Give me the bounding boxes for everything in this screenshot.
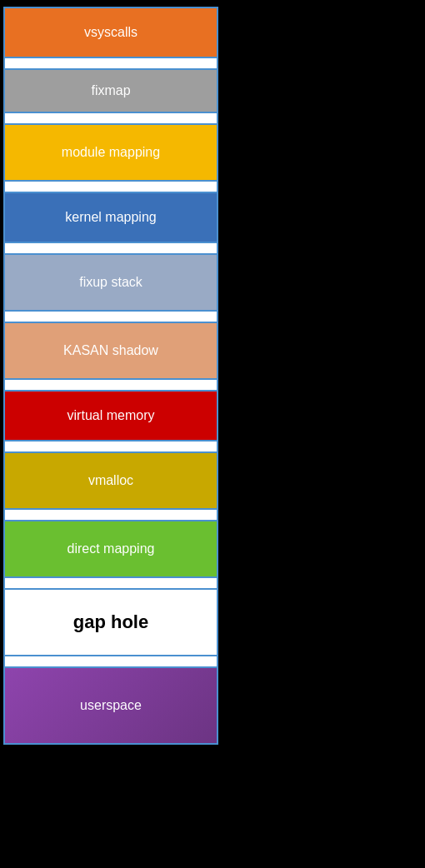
segment-gap10 xyxy=(5,656,217,668)
segment-gap3 xyxy=(5,182,217,193)
segment-gap2 xyxy=(5,113,217,125)
segment-gap7 xyxy=(5,441,217,453)
segment-virtual-memory: virtual memory xyxy=(5,392,217,441)
segment-gap6 xyxy=(5,380,217,392)
segment-label-vmalloc: vmalloc xyxy=(88,473,133,488)
segment-label-fixup-stack: fixup stack xyxy=(79,275,142,290)
segment-label-kernel-mapping: kernel mapping xyxy=(65,210,156,225)
segment-label-fixmap: fixmap xyxy=(91,83,130,98)
segment-userspace: userspace xyxy=(5,668,217,743)
segment-label-virtual-memory: virtual memory xyxy=(68,408,155,423)
segment-gap8 xyxy=(5,510,217,521)
segment-gap-hole: gap hole xyxy=(5,590,217,656)
segment-gap4 xyxy=(5,243,217,255)
segment-label-gap-hole: gap hole xyxy=(73,611,148,633)
segment-fixup-stack: fixup stack xyxy=(5,255,217,312)
segment-vmalloc: vmalloc xyxy=(5,453,217,510)
segment-gap9 xyxy=(5,578,217,590)
segment-label-vsyscalls: vsyscalls xyxy=(84,25,138,40)
segment-kernel-mapping: kernel mapping xyxy=(5,193,217,243)
segment-label-module-mapping: module mapping xyxy=(62,145,160,160)
segment-gap1 xyxy=(5,58,217,70)
segment-module-mapping: module mapping xyxy=(5,125,217,182)
segment-label-userspace: userspace xyxy=(80,698,142,713)
segment-kasan-shadow: KASAN shadow xyxy=(5,323,217,380)
memory-diagram: vsyscallsfixmapmodule mappingkernel mapp… xyxy=(3,7,218,745)
segment-direct-mapping: direct mapping xyxy=(5,521,217,578)
segment-fixmap: fixmap xyxy=(5,70,217,113)
segment-label-kasan-shadow: KASAN shadow xyxy=(63,343,158,358)
segment-gap5 xyxy=(5,312,217,323)
segment-vsyscalls: vsyscalls xyxy=(5,8,217,58)
segment-label-direct-mapping: direct mapping xyxy=(68,541,155,556)
